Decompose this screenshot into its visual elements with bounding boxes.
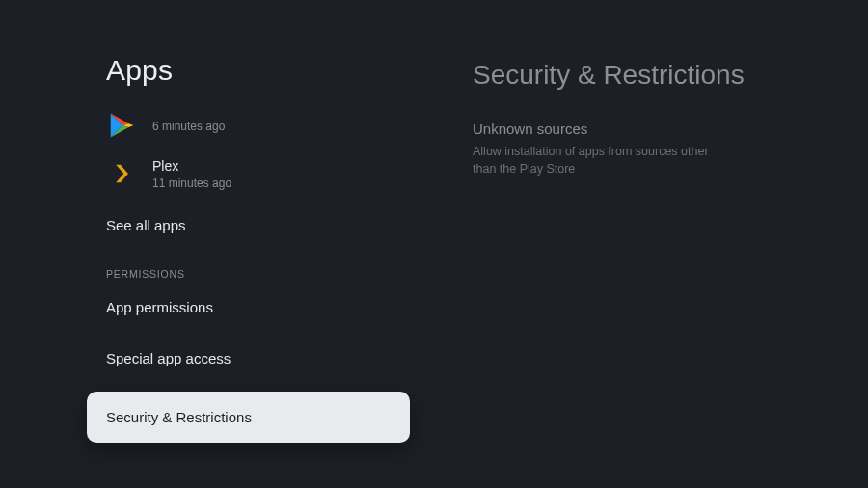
recent-app-plex[interactable]: Plex 11 minutes ago [106, 152, 453, 196]
recent-app-text: 6 minutes ago [152, 118, 225, 133]
app-permissions[interactable]: App permissions [106, 285, 453, 329]
svg-rect-0 [108, 160, 135, 187]
special-app-access[interactable]: Special app access [106, 337, 453, 380]
unknown-sources-heading: Unknown sources [473, 121, 829, 137]
permissions-section-label: PERMISSIONS [106, 268, 453, 280]
right-pane: Security & Restrictions Unknown sources … [453, 0, 868, 488]
security-restrictions[interactable]: Security & Restrictions [87, 392, 410, 443]
unknown-sources[interactable]: Unknown sources Allow installation of ap… [473, 121, 829, 177]
google-play-icon [106, 110, 137, 141]
recent-app-time: 11 minutes ago [152, 176, 231, 190]
unknown-sources-description: Allow installation of apps from sources … [473, 143, 733, 177]
page-title: Apps [106, 54, 453, 87]
recent-app-play[interactable]: 6 minutes ago [106, 104, 453, 147]
detail-title: Security & Restrictions [473, 58, 829, 92]
left-pane: Apps 6 minutes ago Plex 11 minutes ago S… [0, 0, 453, 488]
recent-app-text: Plex 11 minutes ago [152, 158, 231, 190]
plex-icon [106, 158, 137, 189]
see-all-apps[interactable]: See all apps [106, 203, 453, 247]
recent-app-time: 6 minutes ago [152, 120, 225, 133]
recent-app-name: Plex [152, 158, 231, 175]
